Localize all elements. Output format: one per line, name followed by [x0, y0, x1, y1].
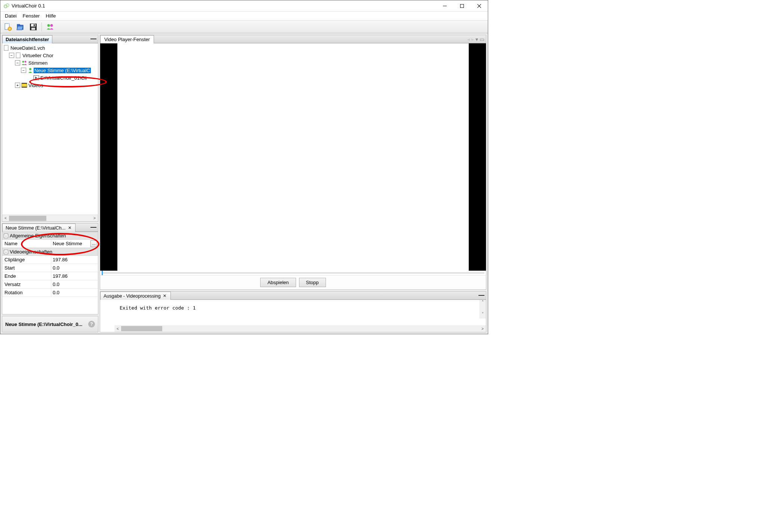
close-button[interactable]	[471, 0, 488, 12]
svg-rect-10	[17, 24, 20, 25]
section-general[interactable]: −Allgemeine Eigenschaften	[2, 232, 98, 240]
tree-panel-minimize-button[interactable]: —	[90, 35, 97, 43]
properties-close-button[interactable]: ✕	[67, 225, 72, 230]
tree-root[interactable]: NeueDatei1.vch	[2, 44, 98, 52]
svg-point-16	[47, 24, 50, 27]
expand-icon[interactable]: +	[15, 83, 20, 88]
svg-rect-18	[4, 45, 8, 50]
tree-virtueller-chor[interactable]: − Virtueller Chor	[2, 52, 98, 59]
video-surface	[100, 43, 486, 271]
tree-panel-tab[interactable]: Dateiansichtfenster	[2, 35, 52, 43]
app-icon	[3, 3, 9, 9]
video-letterbox-right	[469, 43, 486, 271]
collapse-icon[interactable]: −	[15, 60, 20, 65]
video-letterbox-left	[100, 43, 117, 271]
tree-horizontal-scrollbar[interactable]: < >	[2, 215, 98, 221]
prop-offset[interactable]: Versatz0.0	[2, 280, 98, 289]
film-icon	[21, 82, 28, 88]
svg-point-17	[50, 24, 53, 27]
status-text: Neue Stimme (E:\VirtualChoir_0...	[5, 322, 86, 327]
svg-point-23	[25, 61, 27, 63]
svg-rect-20	[16, 53, 20, 58]
menu-help[interactable]: Hilfe	[43, 12, 59, 19]
svg-rect-28	[22, 83, 27, 84]
minimize-button[interactable]	[436, 0, 453, 12]
status-bar: Neue Stimme (E:\VirtualChoir_0... ?	[2, 316, 98, 332]
svg-rect-3	[461, 4, 464, 7]
person-icon	[27, 67, 34, 73]
output-panel-tab[interactable]: Ausgabe - Videoprocessing ✕	[100, 292, 171, 300]
toolbar-separator	[41, 22, 42, 31]
prop-rotation[interactable]: Rotation0.0	[2, 289, 98, 297]
prop-start[interactable]: Start0.0	[2, 264, 98, 272]
prop-cliplength[interactable]: Cliplänge197.86	[2, 256, 98, 264]
tree-view[interactable]: NeueDatei1.vch − Virtueller Chor − Stimm…	[2, 43, 98, 215]
output-vertical-scrollbar[interactable]: ˄˅	[479, 300, 486, 319]
name-edit-button[interactable]: …	[90, 240, 97, 247]
menu-file[interactable]: Datei	[2, 12, 20, 19]
file-icon	[3, 45, 10, 51]
output-minimize-button[interactable]: —	[478, 292, 485, 299]
svg-rect-14	[31, 28, 35, 30]
titlebar: VirtualChoir 0.1	[0, 0, 488, 12]
help-icon[interactable]: ?	[88, 321, 95, 327]
properties-minimize-button[interactable]: —	[90, 224, 97, 231]
tree-neue-stimme[interactable]: − Neue Stimme (E:\VirtualC	[2, 67, 98, 74]
tab-next-icon[interactable]: ▸	[471, 36, 474, 42]
collapse-icon[interactable]: −	[9, 53, 14, 58]
properties-panel-tab[interactable]: Neue Stimme (E:\VirtualCh... ✕	[2, 224, 76, 232]
video-clip-icon	[33, 75, 40, 81]
prop-name[interactable]: Name Neue Stimme…	[2, 240, 98, 248]
svg-rect-11	[17, 26, 23, 30]
prop-end[interactable]: Ende197.86	[2, 272, 98, 280]
new-file-button[interactable]	[2, 21, 14, 33]
video-player-tab[interactable]: Video Player-Fenster	[100, 35, 154, 43]
tab-nav: ◂ ▸ ▾ ▭	[154, 35, 486, 43]
people-button[interactable]	[44, 21, 56, 33]
video-canvas	[117, 43, 469, 271]
svg-point-22	[22, 61, 24, 63]
output-horizontal-scrollbar[interactable]: < >	[114, 325, 486, 332]
collapse-icon[interactable]: −	[21, 68, 26, 73]
stop-button[interactable]: Stopp	[299, 278, 326, 287]
tree-panel-title: Dateiansichtfenster	[6, 37, 49, 42]
video-slider[interactable]	[100, 271, 486, 275]
tab-maximize-icon[interactable]: ▭	[480, 36, 484, 42]
menubar: Datei Fenster Hilfe	[0, 12, 488, 21]
svg-rect-13	[31, 24, 36, 27]
people-icon	[21, 60, 28, 66]
svg-rect-15	[34, 24, 35, 26]
toolbar	[0, 21, 488, 33]
play-button[interactable]: Abspielen	[260, 278, 296, 287]
svg-rect-29	[22, 87, 27, 87]
output-close-button[interactable]: ✕	[162, 293, 167, 298]
menu-window[interactable]: Fenster	[20, 12, 43, 19]
open-file-button[interactable]	[15, 21, 27, 33]
maximize-button[interactable]	[453, 0, 471, 12]
section-video[interactable]: −Videoeigenschaften	[2, 248, 98, 256]
window-title: VirtualChoir 0.1	[12, 3, 436, 9]
tree-clip[interactable]: E:\VirtualChoir_01\Cli	[2, 74, 98, 82]
output-text[interactable]: Exited with error code : 1	[100, 300, 486, 311]
tree-stimmen[interactable]: − Stimmen	[2, 59, 98, 67]
tab-prev-icon[interactable]: ◂	[467, 36, 470, 42]
file-icon	[15, 52, 22, 58]
tab-menu-icon[interactable]: ▾	[475, 36, 478, 42]
svg-point-24	[29, 68, 31, 70]
tree-videos[interactable]: + Videos	[2, 82, 98, 89]
save-button[interactable]	[27, 21, 39, 33]
properties-panel-title: Neue Stimme (E:\VirtualCh...	[6, 225, 65, 231]
